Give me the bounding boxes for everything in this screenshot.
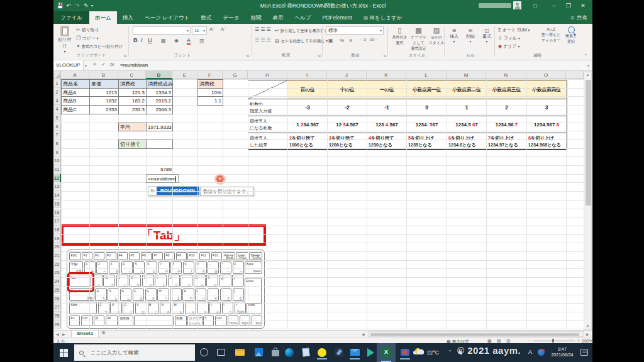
name-box[interactable]: VLOOKUP: [53, 60, 84, 70]
horizontal-scroll-thumb[interactable]: [370, 333, 579, 336]
edge-icon[interactable]: [282, 346, 296, 359]
vertical-scrollbar[interactable]: ▲ ▼: [584, 71, 592, 330]
tell-me-box[interactable]: ◎ 何をしますか: [358, 11, 408, 24]
row-header-12[interactable]: 12: [53, 174, 61, 183]
cell-D11[interactable]: 6789: [146, 165, 173, 175]
cell-D4[interactable]: 2566.3: [146, 105, 173, 114]
row-header-8[interactable]: 8: [53, 140, 61, 148]
digit-table-digit-6[interactable]: 3: [527, 99, 567, 116]
font-color-icon[interactable]: A: [187, 37, 191, 45]
row-header-5[interactable]: 5: [53, 114, 61, 123]
row-header-21[interactable]: 21: [53, 251, 61, 260]
tab-help[interactable]: ヘルプ: [289, 11, 316, 24]
digit-table-number-2[interactable]: 123 4.567: [367, 116, 407, 133]
digit-table-digit-4[interactable]: 1: [447, 99, 487, 116]
row-header-17[interactable]: 17: [53, 217, 61, 226]
cell-B3[interactable]: 1832: [89, 96, 119, 106]
cell-F1[interactable]: 消費税: [197, 79, 223, 89]
cell-styles-button[interactable]: ▨セルの スタイル: [428, 26, 445, 46]
increase-decimal-icon[interactable]: ←.0: [359, 38, 366, 41]
row-header-23[interactable]: 23: [53, 268, 61, 277]
formula-bar-expand-icon[interactable]: ▾: [587, 63, 589, 68]
digit-table-header-2[interactable]: 一の位: [367, 80, 407, 99]
scroll-up-icon[interactable]: ▲: [584, 73, 591, 77]
row-header-16[interactable]: 16: [53, 209, 61, 217]
fill-button[interactable]: ⇩ フィル ▾: [498, 35, 520, 41]
row-header-28[interactable]: 28: [53, 312, 61, 321]
tab-insert[interactable]: 挿入: [117, 11, 139, 24]
cell-C4[interactable]: 233.3: [118, 105, 147, 114]
pinned-app-icon[interactable]: [332, 346, 346, 359]
ribbon-display-options-icon[interactable]: □: [530, 0, 540, 11]
digit-table-digit-5[interactable]: 2: [487, 99, 527, 116]
cell-C2[interactable]: 121.3: [118, 88, 147, 97]
zoom-slider-thumb[interactable]: [552, 339, 554, 343]
autocomplete-rounddown-item[interactable]: ROUNDDOWN: [157, 187, 199, 195]
temperature-label[interactable]: 22°C: [427, 349, 439, 356]
tab-data[interactable]: データ: [217, 11, 245, 24]
cell-C3[interactable]: 183.2: [118, 96, 147, 106]
shrink-font-icon[interactable]: Aˇ: [221, 26, 226, 32]
digit-table-header-0[interactable]: 百の位: [288, 80, 328, 99]
cell-A3[interactable]: 商品B: [61, 96, 90, 106]
cancel-entry-icon[interactable]: ✕: [92, 62, 97, 67]
number-dialog-launcher-icon[interactable]: ⇲: [383, 53, 386, 58]
number-format-select[interactable]: 標準▾: [326, 26, 384, 35]
digit-table-label-0[interactable]: 桁数の指定入力値: [248, 99, 288, 116]
format-cells-button[interactable]: ◫書式▾: [479, 28, 494, 43]
column-header-H[interactable]: H: [248, 71, 287, 79]
cell-D6[interactable]: 1971.9333: [146, 123, 173, 132]
find-select-button[interactable]: 検索と 選択: [562, 26, 580, 45]
autosum-button[interactable]: Σ オート SUM ▾: [498, 27, 530, 33]
digit-table-number-1[interactable]: 12 34.567: [328, 116, 367, 133]
column-header-F[interactable]: F: [197, 71, 223, 79]
file-explorer-icon[interactable]: [233, 346, 247, 359]
italic-button[interactable]: I: [141, 37, 143, 43]
row-header-29[interactable]: 29: [53, 321, 61, 329]
digit-table-digit-2[interactable]: -1: [367, 99, 407, 116]
digit-table-number-6[interactable]: 1234.567 8: [527, 116, 567, 133]
horizontal-scrollbar[interactable]: [368, 331, 584, 337]
font-dialog-launcher-icon[interactable]: ⇲: [246, 53, 249, 58]
row-header-6[interactable]: 6: [53, 123, 61, 131]
restore-button[interactable]: ❐: [564, 0, 574, 11]
digit-table-label-1[interactable]: 四捨五入になる桁数: [248, 116, 288, 133]
zoom-out-icon[interactable]: −: [527, 339, 530, 343]
phonetic-icon[interactable]: 亜: [199, 38, 204, 45]
notification-center-icon[interactable]: [580, 349, 588, 356]
column-header-M[interactable]: M: [447, 71, 486, 79]
column-header-J[interactable]: J: [327, 71, 367, 79]
digit-table-header-3[interactable]: 小数点第一位: [407, 80, 447, 99]
start-button[interactable]: [53, 343, 74, 362]
cell-A2[interactable]: 商品A: [61, 88, 90, 97]
digit-table-number-3[interactable]: 1234. 567: [407, 116, 447, 133]
cell-C6[interactable]: 平均: [118, 123, 147, 132]
decrease-decimal-icon[interactable]: .00→: [369, 38, 378, 41]
digit-table-header-5[interactable]: 小数点第三位: [487, 80, 527, 99]
vertical-scroll-thumb[interactable]: [586, 80, 591, 206]
ime-mode-label[interactable]: A: [528, 349, 532, 355]
row-header-1[interactable]: 1: [53, 79, 61, 88]
digit-table-number-4[interactable]: 1234.5 67: [447, 116, 487, 133]
column-header-N[interactable]: N: [486, 71, 526, 79]
row-header-27[interactable]: 27: [53, 303, 61, 312]
tray-chevron-icon[interactable]: ⌃: [448, 349, 452, 355]
cell-D8[interactable]: [146, 140, 173, 149]
row-header-24[interactable]: 24: [53, 277, 61, 286]
photos-icon[interactable]: [252, 346, 265, 359]
column-header-A[interactable]: A: [61, 71, 89, 79]
zoom-in-icon[interactable]: +: [577, 339, 580, 343]
font-name-select[interactable]: ▾: [133, 26, 191, 35]
share-button[interactable]: ☺ 共有: [570, 11, 587, 24]
row-header-19[interactable]: 19: [53, 234, 61, 243]
zoom-slider[interactable]: [533, 341, 575, 341]
row-header-3[interactable]: 3: [53, 96, 61, 105]
tab-file[interactable]: ファイル: [53, 11, 89, 24]
close-button[interactable]: ✕: [578, 0, 588, 11]
row-header-11[interactable]: 11: [53, 165, 61, 174]
currency-icon[interactable]: ▣: [328, 38, 333, 43]
cell-B2[interactable]: 1213: [89, 88, 119, 97]
digit-table-header-4[interactable]: 小数点第二位: [447, 80, 487, 99]
taskbar-search-box[interactable]: ここに入力して検索: [74, 344, 195, 361]
cell-C8[interactable]: 切り捨て: [118, 140, 147, 149]
